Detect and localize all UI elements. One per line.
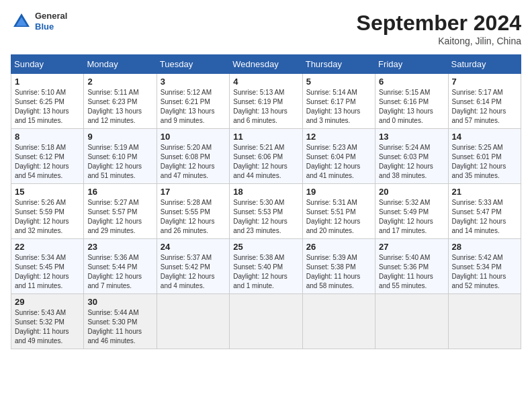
col-header-thursday: Thursday — [302, 55, 375, 74]
calendar-cell: 8Sunrise: 5:18 AMSunset: 6:12 PMDaylight… — [11, 129, 84, 184]
location: Kaitong, Jilin, China — [357, 36, 521, 46]
day-number: 7 — [452, 77, 517, 87]
logo-general: General — [35, 11, 67, 21]
day-number: 26 — [306, 242, 371, 252]
calendar-week-row: 8Sunrise: 5:18 AMSunset: 6:12 PMDaylight… — [11, 129, 521, 184]
calendar-cell: 2Sunrise: 5:11 AMSunset: 6:23 PMDaylight… — [84, 74, 157, 129]
calendar-cell: 18Sunrise: 5:30 AMSunset: 5:53 PMDayligh… — [230, 184, 302, 239]
day-info: Sunrise: 5:43 AMSunset: 5:32 PMDaylight:… — [15, 308, 80, 346]
day-number: 12 — [306, 132, 371, 142]
logo-icon — [11, 11, 32, 32]
day-number: 16 — [87, 187, 152, 197]
calendar-cell — [448, 294, 521, 349]
calendar-cell: 27Sunrise: 5:40 AMSunset: 5:36 PMDayligh… — [375, 239, 448, 294]
day-number: 19 — [306, 187, 371, 197]
day-info: Sunrise: 5:37 AMSunset: 5:42 PMDaylight:… — [161, 253, 226, 291]
calendar-cell: 1Sunrise: 5:10 AMSunset: 6:25 PMDaylight… — [11, 74, 84, 129]
day-info: Sunrise: 5:13 AMSunset: 6:19 PMDaylight:… — [233, 88, 298, 126]
month-title: September 2024 — [357, 11, 521, 36]
calendar-cell: 20Sunrise: 5:32 AMSunset: 5:49 PMDayligh… — [375, 184, 448, 239]
calendar-cell: 24Sunrise: 5:37 AMSunset: 5:42 PMDayligh… — [157, 239, 229, 294]
calendar-cell: 9Sunrise: 5:19 AMSunset: 6:10 PMDaylight… — [84, 129, 157, 184]
day-number: 21 — [452, 187, 517, 197]
day-number: 25 — [233, 242, 298, 252]
calendar-cell: 11Sunrise: 5:21 AMSunset: 6:06 PMDayligh… — [230, 129, 302, 184]
day-number: 5 — [306, 77, 371, 87]
day-number: 18 — [233, 187, 298, 197]
calendar-cell: 21Sunrise: 5:33 AMSunset: 5:47 PMDayligh… — [448, 184, 521, 239]
day-info: Sunrise: 5:10 AMSunset: 6:25 PMDaylight:… — [15, 88, 80, 126]
day-number: 3 — [161, 77, 226, 87]
day-number: 1 — [15, 77, 80, 87]
day-number: 20 — [379, 187, 444, 197]
calendar-cell: 14Sunrise: 5:25 AMSunset: 6:01 PMDayligh… — [448, 129, 521, 184]
col-header-sunday: Sunday — [11, 55, 84, 74]
calendar-cell: 28Sunrise: 5:42 AMSunset: 5:34 PMDayligh… — [448, 239, 521, 294]
day-info: Sunrise: 5:44 AMSunset: 5:30 PMDaylight:… — [87, 308, 152, 346]
calendar-cell — [302, 294, 375, 349]
day-info: Sunrise: 5:31 AMSunset: 5:51 PMDaylight:… — [306, 198, 371, 236]
day-info: Sunrise: 5:34 AMSunset: 5:45 PMDaylight:… — [15, 253, 80, 291]
calendar-cell: 6Sunrise: 5:15 AMSunset: 6:16 PMDaylight… — [375, 74, 448, 129]
day-info: Sunrise: 5:39 AMSunset: 5:38 PMDaylight:… — [306, 253, 371, 291]
day-info: Sunrise: 5:14 AMSunset: 6:17 PMDaylight:… — [306, 88, 371, 126]
calendar-cell — [375, 294, 448, 349]
calendar-cell — [157, 294, 229, 349]
col-header-friday: Friday — [375, 55, 448, 74]
calendar-cell: 5Sunrise: 5:14 AMSunset: 6:17 PMDaylight… — [302, 74, 375, 129]
day-info: Sunrise: 5:32 AMSunset: 5:49 PMDaylight:… — [379, 198, 444, 236]
calendar-header-row: SundayMondayTuesdayWednesdayThursdayFrid… — [11, 55, 521, 74]
calendar: SundayMondayTuesdayWednesdayThursdayFrid… — [11, 54, 521, 349]
col-header-saturday: Saturday — [448, 55, 521, 74]
day-number: 8 — [15, 132, 80, 142]
calendar-week-row: 29Sunrise: 5:43 AMSunset: 5:32 PMDayligh… — [11, 294, 521, 349]
day-number: 30 — [87, 297, 152, 307]
calendar-week-row: 1Sunrise: 5:10 AMSunset: 6:25 PMDaylight… — [11, 74, 521, 129]
calendar-cell — [230, 294, 302, 349]
day-info: Sunrise: 5:33 AMSunset: 5:47 PMDaylight:… — [452, 198, 517, 236]
day-number: 28 — [452, 242, 517, 252]
logo-blue: Blue — [35, 21, 67, 32]
day-number: 10 — [161, 132, 226, 142]
day-info: Sunrise: 5:25 AMSunset: 6:01 PMDaylight:… — [452, 143, 517, 181]
calendar-cell: 26Sunrise: 5:39 AMSunset: 5:38 PMDayligh… — [302, 239, 375, 294]
calendar-cell: 23Sunrise: 5:36 AMSunset: 5:44 PMDayligh… — [84, 239, 157, 294]
day-info: Sunrise: 5:26 AMSunset: 5:59 PMDaylight:… — [15, 198, 80, 236]
day-info: Sunrise: 5:12 AMSunset: 6:21 PMDaylight:… — [161, 88, 226, 126]
calendar-cell: 22Sunrise: 5:34 AMSunset: 5:45 PMDayligh… — [11, 239, 84, 294]
day-info: Sunrise: 5:17 AMSunset: 6:14 PMDaylight:… — [452, 88, 517, 126]
day-number: 27 — [379, 242, 444, 252]
day-info: Sunrise: 5:15 AMSunset: 6:16 PMDaylight:… — [379, 88, 444, 126]
calendar-cell: 25Sunrise: 5:38 AMSunset: 5:40 PMDayligh… — [230, 239, 302, 294]
calendar-cell: 12Sunrise: 5:23 AMSunset: 6:04 PMDayligh… — [302, 129, 375, 184]
title-block: September 2024 Kaitong, Jilin, China — [357, 11, 521, 46]
day-number: 24 — [161, 242, 226, 252]
day-number: 13 — [379, 132, 444, 142]
page-header: General Blue September 2024 Kaitong, Jil… — [11, 11, 521, 46]
calendar-cell: 19Sunrise: 5:31 AMSunset: 5:51 PMDayligh… — [302, 184, 375, 239]
calendar-cell: 29Sunrise: 5:43 AMSunset: 5:32 PMDayligh… — [11, 294, 84, 349]
calendar-cell: 10Sunrise: 5:20 AMSunset: 6:08 PMDayligh… — [157, 129, 229, 184]
calendar-cell: 7Sunrise: 5:17 AMSunset: 6:14 PMDaylight… — [448, 74, 521, 129]
day-info: Sunrise: 5:19 AMSunset: 6:10 PMDaylight:… — [87, 143, 152, 181]
day-number: 15 — [15, 187, 80, 197]
day-info: Sunrise: 5:18 AMSunset: 6:12 PMDaylight:… — [15, 143, 80, 181]
day-number: 29 — [15, 297, 80, 307]
day-info: Sunrise: 5:38 AMSunset: 5:40 PMDaylight:… — [233, 253, 298, 291]
day-number: 9 — [87, 132, 152, 142]
calendar-cell: 30Sunrise: 5:44 AMSunset: 5:30 PMDayligh… — [84, 294, 157, 349]
day-info: Sunrise: 5:20 AMSunset: 6:08 PMDaylight:… — [161, 143, 226, 181]
day-number: 11 — [233, 132, 298, 142]
day-info: Sunrise: 5:11 AMSunset: 6:23 PMDaylight:… — [87, 88, 152, 126]
calendar-cell: 15Sunrise: 5:26 AMSunset: 5:59 PMDayligh… — [11, 184, 84, 239]
calendar-cell: 13Sunrise: 5:24 AMSunset: 6:03 PMDayligh… — [375, 129, 448, 184]
day-info: Sunrise: 5:40 AMSunset: 5:36 PMDaylight:… — [379, 253, 444, 291]
calendar-cell: 3Sunrise: 5:12 AMSunset: 6:21 PMDaylight… — [157, 74, 229, 129]
day-number: 6 — [379, 77, 444, 87]
day-info: Sunrise: 5:30 AMSunset: 5:53 PMDaylight:… — [233, 198, 298, 236]
day-info: Sunrise: 5:27 AMSunset: 5:57 PMDaylight:… — [87, 198, 152, 236]
day-number: 14 — [452, 132, 517, 142]
calendar-week-row: 22Sunrise: 5:34 AMSunset: 5:45 PMDayligh… — [11, 239, 521, 294]
day-info: Sunrise: 5:28 AMSunset: 5:55 PMDaylight:… — [161, 198, 226, 236]
col-header-tuesday: Tuesday — [157, 55, 229, 74]
